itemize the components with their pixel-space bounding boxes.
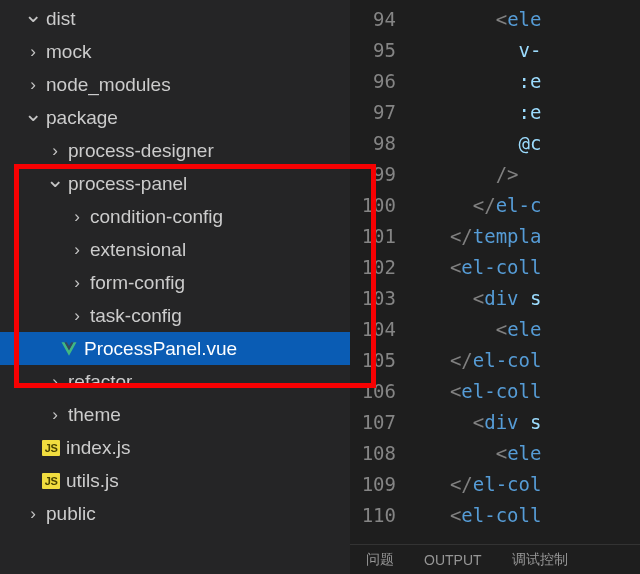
tree-item-label: theme bbox=[64, 404, 121, 426]
tree-item-theme[interactable]: ›theme bbox=[0, 398, 350, 431]
tree-item-label: process-designer bbox=[64, 140, 214, 162]
tree-item-condition-config[interactable]: ›condition-config bbox=[0, 200, 350, 233]
tree-item-label: index.js bbox=[62, 437, 130, 459]
code-line[interactable]: <div s bbox=[350, 283, 541, 314]
tree-item-label: condition-config bbox=[86, 206, 223, 228]
chevron-right-icon[interactable]: › bbox=[24, 75, 42, 95]
tree-item-form-config[interactable]: ›form-config bbox=[0, 266, 350, 299]
tree-item-refactor[interactable]: ›refactor bbox=[0, 365, 350, 398]
tree-item-process-designer[interactable]: ›process-designer bbox=[0, 134, 350, 167]
code-editor: 9495969798991001011021031041051061071081… bbox=[350, 0, 640, 574]
chevron-down-icon[interactable]: ⌄ bbox=[46, 167, 64, 193]
chevron-down-icon[interactable]: ⌄ bbox=[24, 101, 42, 127]
code-line[interactable]: <ele bbox=[350, 314, 541, 345]
tree-item-extensional[interactable]: ›extensional bbox=[0, 233, 350, 266]
code-line[interactable]: @c bbox=[350, 128, 541, 159]
tab-debug-console[interactable]: 调试控制 bbox=[512, 551, 568, 569]
tree-item-label: refactor bbox=[64, 371, 132, 393]
chevron-right-icon[interactable]: › bbox=[68, 207, 86, 227]
tree-item-label: public bbox=[42, 503, 96, 525]
tree-item-index-js[interactable]: JSindex.js bbox=[0, 431, 350, 464]
tree-item-utils-js[interactable]: JSutils.js bbox=[0, 464, 350, 497]
tab-output[interactable]: OUTPUT bbox=[424, 552, 482, 568]
code-line[interactable]: v- bbox=[350, 35, 541, 66]
bottom-panel: 问题 OUTPUT 调试控制 bbox=[350, 544, 640, 574]
code-line[interactable]: :e bbox=[350, 66, 541, 97]
js-icon: JS bbox=[40, 473, 62, 489]
file-explorer: ⌄dist›mock›node_modules⌄package›process-… bbox=[0, 0, 350, 574]
js-icon: JS bbox=[40, 440, 62, 456]
tree-item-processpanel-vue[interactable]: ProcessPanel.vue bbox=[0, 332, 350, 365]
code-line[interactable]: /> bbox=[350, 159, 541, 190]
tree-item-label: extensional bbox=[86, 239, 186, 261]
tab-problems[interactable]: 问题 bbox=[366, 551, 394, 569]
chevron-down-icon[interactable]: ⌄ bbox=[24, 2, 42, 28]
chevron-right-icon[interactable]: › bbox=[24, 504, 42, 524]
code-content[interactable]: <ele v- :e :e @c /> </el-c </templa bbox=[414, 0, 541, 574]
tree-item-dist[interactable]: ⌄dist bbox=[0, 2, 350, 35]
vue-icon bbox=[58, 340, 80, 358]
tree-item-label: utils.js bbox=[62, 470, 119, 492]
chevron-right-icon[interactable]: › bbox=[24, 42, 42, 62]
tree-item-package[interactable]: ⌄package bbox=[0, 101, 350, 134]
tree-item-label: process-panel bbox=[64, 173, 187, 195]
tree-item-label: node_modules bbox=[42, 74, 171, 96]
tree-item-label: package bbox=[42, 107, 118, 129]
tree-item-label: dist bbox=[42, 8, 76, 30]
chevron-right-icon[interactable]: › bbox=[46, 372, 64, 392]
chevron-right-icon[interactable]: › bbox=[46, 141, 64, 161]
code-line[interactable]: <ele bbox=[350, 438, 541, 469]
chevron-right-icon[interactable]: › bbox=[68, 306, 86, 326]
tree-item-label: task-config bbox=[86, 305, 182, 327]
code-line[interactable]: <div s bbox=[350, 407, 541, 438]
code-line[interactable]: <el-coll bbox=[350, 500, 541, 531]
tree-item-task-config[interactable]: ›task-config bbox=[0, 299, 350, 332]
code-line[interactable]: </templa bbox=[350, 221, 541, 252]
chevron-right-icon[interactable]: › bbox=[46, 405, 64, 425]
chevron-right-icon[interactable]: › bbox=[68, 240, 86, 260]
tree-item-label: ProcessPanel.vue bbox=[80, 338, 237, 360]
code-line[interactable]: :e bbox=[350, 97, 541, 128]
tree-item-mock[interactable]: ›mock bbox=[0, 35, 350, 68]
code-line[interactable]: <el-coll bbox=[350, 252, 541, 283]
code-line[interactable]: <el-coll bbox=[350, 376, 541, 407]
tree-item-process-panel[interactable]: ⌄process-panel bbox=[0, 167, 350, 200]
code-line[interactable]: </el-col bbox=[350, 469, 541, 500]
tree-item-label: mock bbox=[42, 41, 91, 63]
code-line[interactable]: </el-col bbox=[350, 345, 541, 376]
tree-item-node-modules[interactable]: ›node_modules bbox=[0, 68, 350, 101]
chevron-right-icon[interactable]: › bbox=[68, 273, 86, 293]
code-line[interactable]: <ele bbox=[350, 4, 541, 35]
tree-item-public[interactable]: ›public bbox=[0, 497, 350, 530]
tree-item-label: form-config bbox=[86, 272, 185, 294]
code-line[interactable]: </el-c bbox=[350, 190, 541, 221]
